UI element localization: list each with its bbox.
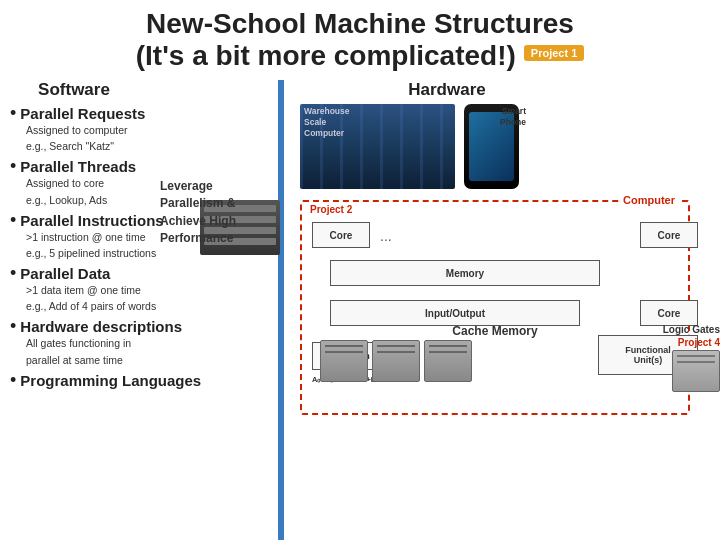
cache-chip-2 <box>372 340 420 382</box>
leverage-line4: Performance <box>160 230 236 247</box>
project1-badge: Project 1 <box>524 45 584 61</box>
core-br-box: Core <box>640 300 698 326</box>
leverage-line2: Parallelism & <box>160 195 236 212</box>
dots-label: ... <box>380 228 392 244</box>
bullet-symbol: • <box>10 104 16 122</box>
cache-chip-1 <box>320 340 368 382</box>
bullet-symbol-3: • <box>10 211 16 229</box>
sub-data-count: >1 data item @ one time <box>10 283 275 297</box>
warehouse-image-block: WarehouseScaleComputer <box>300 104 460 192</box>
computer-label: Computer <box>620 194 678 206</box>
logic-gates-label: Logic Gates <box>620 324 720 335</box>
hardware-header: Hardware <box>154 80 720 100</box>
logic-chip <box>672 350 720 392</box>
smartphone-image-block: SmartPhone <box>464 104 524 192</box>
leverage-line1: Leverage <box>160 178 236 195</box>
cache-chip-3 <box>424 340 472 382</box>
bullet-prog-languages: • Programming Languages <box>10 371 275 390</box>
title-line2: (It's a bit more complicated!) <box>136 40 516 72</box>
io-box: Input/Output <box>330 300 580 326</box>
sub-search-katz: e.g., Search "Katz" <box>10 139 275 153</box>
vertical-separator <box>278 80 284 540</box>
warehouse-caption: WarehouseScaleComputer <box>304 106 350 139</box>
page-container: New-School Machine Structures (It's a bi… <box>0 0 720 540</box>
hw-top-images: WarehouseScaleComputer SmartPhone <box>300 104 720 192</box>
bullet-label-threads: Parallel Threads <box>20 158 136 176</box>
core-left-box: Core <box>312 222 370 248</box>
core-right-box: Core <box>640 222 698 248</box>
bullet-parallel-data: • Parallel Data >1 data item @ one time … <box>10 264 275 313</box>
software-header: Software <box>0 80 148 100</box>
bullet-label-prog-lang: Programming Languages <box>20 372 201 390</box>
bullet-label-data: Parallel Data <box>20 265 110 283</box>
leverage-line3: Achieve High <box>160 213 236 230</box>
headers-row: Software Hardware <box>0 80 720 100</box>
title-line1: New-School Machine Structures <box>0 8 720 40</box>
project4-tag: Project 4 <box>620 337 720 348</box>
sub-parallel-time: parallel at same time <box>10 353 275 367</box>
bullet-symbol-4: • <box>10 264 16 282</box>
bullet-label-requests: Parallel Requests <box>20 105 145 123</box>
bullet-symbol-5: • <box>10 317 16 335</box>
sub-add-pairs: e.g., Add of 4 pairs of words <box>10 299 275 313</box>
bullet-symbol-2: • <box>10 157 16 175</box>
hardware-content: WarehouseScaleComputer SmartPhone <box>290 104 720 540</box>
sub-gates-parallel: All gates functioning in <box>10 336 275 350</box>
bullet-parallel-requests: • Parallel Requests Assigned to computer… <box>10 104 275 153</box>
warehouse-image: WarehouseScaleComputer <box>300 104 455 189</box>
logic-gates-section: Logic Gates Project 4 <box>620 324 720 392</box>
title-area: New-School Machine Structures (It's a bi… <box>0 0 720 76</box>
memory-box: Memory <box>330 260 600 286</box>
bullet-hw-descriptions: • Hardware descriptions All gates functi… <box>10 317 275 366</box>
leverage-box: Leverage Parallelism & Achieve High Perf… <box>160 178 236 248</box>
computer-diagram: Computer Project 2 Core ... Core Memory … <box>300 200 710 430</box>
sub-assigned-computer: Assigned to computer <box>10 123 275 137</box>
bullet-symbol-6: • <box>10 371 16 389</box>
bullet-label-instructions: Parallel Instructions <box>20 212 163 230</box>
bullet-label-hw-desc: Hardware descriptions <box>20 318 182 336</box>
project2-tag: Project 2 <box>310 204 352 215</box>
smartphone-caption: SmartPhone <box>500 106 526 128</box>
